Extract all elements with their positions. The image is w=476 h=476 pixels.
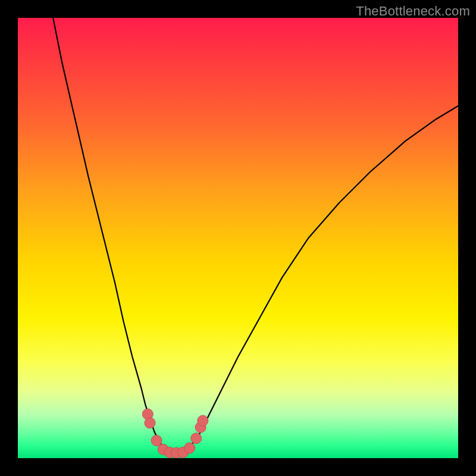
chart-frame: TheBottleneck.com bbox=[0, 0, 476, 476]
data-marker bbox=[198, 415, 208, 426]
data-marker bbox=[191, 433, 202, 444]
curve-right-branch bbox=[185, 106, 458, 452]
data-marker bbox=[151, 435, 162, 446]
data-marker bbox=[145, 418, 155, 428]
curve-left-branch bbox=[53, 18, 167, 452]
data-marker bbox=[184, 443, 195, 453]
plot-area bbox=[18, 18, 458, 458]
curve-svg bbox=[18, 18, 458, 458]
watermark-text: TheBottleneck.com bbox=[356, 4, 470, 19]
marker-group bbox=[142, 409, 208, 458]
